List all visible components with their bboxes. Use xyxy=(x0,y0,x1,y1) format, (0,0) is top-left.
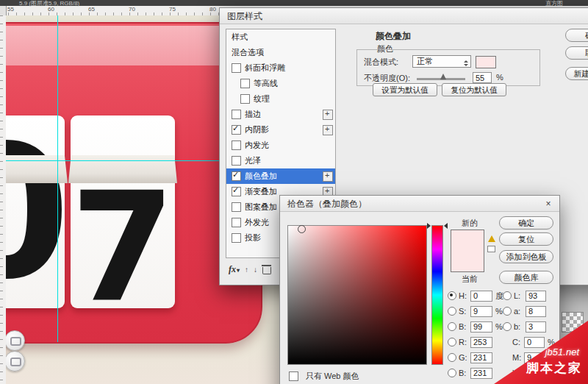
checkbox[interactable] xyxy=(232,110,241,119)
dialog-title[interactable]: 拾色器（叠加颜色） xyxy=(280,196,559,212)
reset-button[interactable]: 复位 xyxy=(499,232,553,246)
digit-zero: 0 xyxy=(6,115,65,308)
move-effect-up-icon[interactable]: ↑ xyxy=(245,266,248,274)
set-default-button[interactable]: 设置为默认值 xyxy=(373,83,437,96)
ruler-corner xyxy=(0,6,7,15)
radio-button[interactable] xyxy=(448,291,456,300)
close-icon[interactable] xyxy=(543,199,553,209)
radio-button[interactable] xyxy=(448,338,456,346)
checkbox[interactable] xyxy=(240,79,250,88)
style-item-styles[interactable]: 样式 xyxy=(226,29,335,45)
dialog-title[interactable]: 图层样式 xyxy=(220,8,588,24)
saturation-brightness-field[interactable] xyxy=(287,225,427,365)
document-tab[interactable]: 5.9 (图层准5.9, RGB/8) xyxy=(19,0,79,7)
field-row-brightness: B: % xyxy=(448,321,503,333)
horizontal-guide[interactable] xyxy=(6,160,220,161)
floating-widget-icon[interactable] xyxy=(6,351,25,371)
floating-widget-icon[interactable] xyxy=(6,330,25,351)
add-effect-icon[interactable] xyxy=(323,125,333,135)
style-item-satin[interactable]: 光泽 xyxy=(226,153,335,168)
style-item-color-overlay[interactable]: 颜色叠加 xyxy=(226,168,335,184)
current-color-swatch[interactable] xyxy=(451,251,484,271)
move-effect-down-icon[interactable]: ↓ xyxy=(254,266,257,274)
add-to-swatches-button[interactable]: 添加到色板 xyxy=(499,250,553,263)
style-item-bevel-emboss[interactable]: 斜面和浮雕 xyxy=(226,60,335,76)
add-effect-icon[interactable] xyxy=(323,110,333,120)
style-item-inner-glow[interactable]: 内发光 xyxy=(226,138,335,153)
checkbox[interactable] xyxy=(232,125,241,135)
checkbox[interactable] xyxy=(232,202,241,212)
color-field-marker[interactable] xyxy=(298,225,306,233)
checkbox[interactable] xyxy=(232,156,241,166)
green-input[interactable] xyxy=(470,352,492,363)
hue-slider-marker-icon[interactable] xyxy=(444,223,448,229)
field-label: C: xyxy=(512,338,524,346)
style-item-stroke[interactable]: 描边 xyxy=(226,107,335,122)
cyan-input[interactable] xyxy=(524,337,545,348)
checkbox[interactable] xyxy=(232,141,241,150)
overlay-color-swatch[interactable] xyxy=(476,56,496,68)
blend-mode-select[interactable]: 正常 xyxy=(412,55,471,68)
color-picker-dialog: 拾色器（叠加颜色） 新的 当前 确定 复位 添加到色板 颜色库 H: 度 S: xyxy=(279,195,560,384)
reset-default-button[interactable]: 复位为默认值 xyxy=(442,83,506,96)
radio-button[interactable] xyxy=(448,322,456,331)
hue-input[interactable] xyxy=(470,291,492,302)
delete-effect-icon[interactable] xyxy=(262,267,271,274)
hue-slider[interactable] xyxy=(431,225,443,365)
style-item-contour[interactable]: 等高线 xyxy=(226,76,335,91)
histogram-panel-tab[interactable]: 直方图 xyxy=(545,0,563,7)
checkbox[interactable] xyxy=(232,171,241,181)
style-item-blending-options[interactable]: 混合选项 xyxy=(226,45,335,60)
opacity-slider-thumb[interactable] xyxy=(440,74,446,79)
checkbox[interactable] xyxy=(232,187,241,196)
style-item-label: 等高线 xyxy=(254,78,278,89)
style-item-inner-shadow[interactable]: 内阴影 xyxy=(226,122,335,138)
vertical-guide[interactable] xyxy=(57,15,58,342)
cancel-button[interactable]: 取消 xyxy=(565,46,588,60)
field-row-lab-l: L: xyxy=(503,290,549,302)
ruler-mark: 65 xyxy=(88,6,95,13)
style-item-label: 内阴影 xyxy=(245,124,269,135)
lab-b-input[interactable] xyxy=(526,321,546,333)
field-label: L: xyxy=(514,291,526,300)
radio-button[interactable] xyxy=(448,307,456,316)
opacity-input[interactable] xyxy=(473,72,492,83)
ruler-mark: 80 xyxy=(209,6,216,13)
checkbox[interactable] xyxy=(289,371,298,381)
ok-button[interactable]: 确定 xyxy=(499,216,553,230)
color-libraries-button[interactable]: 颜色库 xyxy=(499,271,553,284)
radio-button[interactable] xyxy=(503,322,512,331)
blue-input[interactable] xyxy=(470,368,492,379)
field-row-lab-a: a: xyxy=(503,305,549,317)
radio-button[interactable] xyxy=(448,353,456,362)
style-item-texture[interactable]: 纹理 xyxy=(226,91,335,107)
field-label: b: xyxy=(514,322,526,331)
web-colors-only-option[interactable]: 只有 Web 颜色 xyxy=(289,371,359,382)
field-label: H: xyxy=(459,291,470,300)
web-safe-cube-icon[interactable] xyxy=(487,246,495,252)
style-item-label: 描边 xyxy=(245,109,261,120)
saturation-input[interactable] xyxy=(470,306,492,317)
checkbox[interactable] xyxy=(232,233,241,243)
flip-card-right: 7 xyxy=(71,115,175,308)
checkbox[interactable] xyxy=(232,63,241,73)
web-colors-only-label: 只有 Web 颜色 xyxy=(306,371,359,382)
checkbox[interactable] xyxy=(232,218,241,227)
style-item-label: 样式 xyxy=(232,32,248,43)
radio-button[interactable] xyxy=(503,307,512,316)
lab-a-input[interactable] xyxy=(526,306,546,317)
lab-l-input[interactable] xyxy=(526,291,546,302)
checkbox[interactable] xyxy=(240,94,250,104)
add-effect-icon[interactable] xyxy=(323,171,333,182)
red-input[interactable] xyxy=(470,337,492,348)
new-current-swatch xyxy=(451,230,484,272)
radio-button[interactable] xyxy=(503,291,512,300)
field-row-hue: H: 度 xyxy=(448,290,503,302)
ok-button[interactable]: 确定 xyxy=(565,29,588,42)
new-style-button[interactable]: 新建样式... xyxy=(565,67,588,80)
radio-button[interactable] xyxy=(448,369,456,377)
fx-menu-icon[interactable]: fx xyxy=(229,264,240,275)
gamut-warning-icon[interactable] xyxy=(488,235,495,242)
brightness-input[interactable] xyxy=(470,321,492,333)
hue-slider-marker-icon[interactable] xyxy=(427,223,431,229)
